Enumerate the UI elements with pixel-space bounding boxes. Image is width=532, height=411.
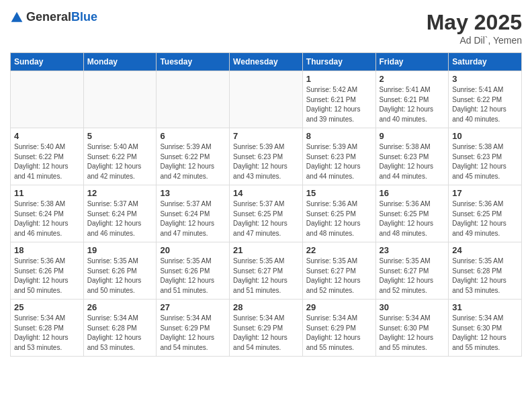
day-number: 14 [233, 188, 299, 198]
day-detail: Sunrise: 5:34 AM Sunset: 6:29 PM Dayligh… [233, 314, 299, 353]
calendar-cell: 20Sunrise: 5:35 AM Sunset: 6:26 PM Dayli… [157, 242, 230, 300]
calendar-cell: 6Sunrise: 5:39 AM Sunset: 6:22 PM Daylig… [157, 128, 230, 185]
day-number: 19 [87, 245, 153, 255]
day-detail: Sunrise: 5:40 AM Sunset: 6:22 PM Dayligh… [87, 142, 153, 181]
calendar-cell: 26Sunrise: 5:34 AM Sunset: 6:28 PM Dayli… [83, 300, 157, 357]
day-detail: Sunrise: 5:35 AM Sunset: 6:26 PM Dayligh… [160, 257, 226, 295]
svg-marker-0 [11, 11, 23, 21]
calendar-cell: 2Sunrise: 5:41 AM Sunset: 6:21 PM Daylig… [375, 71, 449, 128]
calendar-cell: 14Sunrise: 5:37 AM Sunset: 6:25 PM Dayli… [230, 185, 303, 242]
day-detail: Sunrise: 5:35 AM Sunset: 6:28 PM Dayligh… [452, 257, 518, 295]
calendar-table: SundayMondayTuesdayWednesdayThursdayFrid… [10, 52, 522, 357]
day-detail: Sunrise: 5:39 AM Sunset: 6:23 PM Dayligh… [233, 142, 299, 181]
calendar-cell: 9Sunrise: 5:38 AM Sunset: 6:23 PM Daylig… [375, 128, 449, 185]
calendar-cell: 21Sunrise: 5:35 AM Sunset: 6:27 PM Dayli… [230, 242, 303, 300]
calendar-cell: 11Sunrise: 5:38 AM Sunset: 6:24 PM Dayli… [11, 185, 84, 242]
calendar-cell: 18Sunrise: 5:36 AM Sunset: 6:26 PM Dayli… [11, 242, 84, 300]
day-number: 26 [87, 302, 153, 312]
day-detail: Sunrise: 5:42 AM Sunset: 6:21 PM Dayligh… [306, 85, 372, 124]
header-row: SundayMondayTuesdayWednesdayThursdayFrid… [11, 53, 522, 71]
calendar-cell [157, 71, 230, 128]
month-year: May 2025 [427, 10, 522, 35]
day-number: 9 [380, 131, 445, 141]
day-number: 17 [452, 188, 518, 198]
day-number: 12 [87, 188, 153, 198]
calendar-cell: 13Sunrise: 5:37 AM Sunset: 6:24 PM Dayli… [157, 185, 230, 242]
day-number: 31 [452, 302, 518, 312]
calendar-cell: 7Sunrise: 5:39 AM Sunset: 6:23 PM Daylig… [230, 128, 303, 185]
calendar-cell: 28Sunrise: 5:34 AM Sunset: 6:29 PM Dayli… [230, 300, 303, 357]
calendar-cell: 4Sunrise: 5:40 AM Sunset: 6:22 PM Daylig… [11, 128, 84, 185]
logo-general: GeneralBlue [26, 10, 97, 24]
day-detail: Sunrise: 5:38 AM Sunset: 6:23 PM Dayligh… [380, 142, 445, 181]
col-header-monday: Monday [83, 53, 157, 71]
col-header-saturday: Saturday [449, 53, 522, 71]
day-detail: Sunrise: 5:35 AM Sunset: 6:26 PM Dayligh… [87, 257, 153, 295]
day-detail: Sunrise: 5:39 AM Sunset: 6:22 PM Dayligh… [160, 142, 226, 181]
day-detail: Sunrise: 5:39 AM Sunset: 6:23 PM Dayligh… [306, 142, 372, 181]
calendar-cell: 30Sunrise: 5:34 AM Sunset: 6:30 PM Dayli… [375, 300, 449, 357]
day-number: 28 [233, 302, 299, 312]
day-detail: Sunrise: 5:36 AM Sunset: 6:25 PM Dayligh… [452, 199, 518, 238]
day-detail: Sunrise: 5:35 AM Sunset: 6:27 PM Dayligh… [380, 257, 445, 295]
week-row-1: 1Sunrise: 5:42 AM Sunset: 6:21 PM Daylig… [11, 71, 522, 128]
day-detail: Sunrise: 5:40 AM Sunset: 6:22 PM Dayligh… [14, 142, 80, 181]
col-header-friday: Friday [375, 53, 449, 71]
calendar-cell: 1Sunrise: 5:42 AM Sunset: 6:21 PM Daylig… [302, 71, 375, 128]
day-detail: Sunrise: 5:34 AM Sunset: 6:30 PM Dayligh… [452, 314, 518, 353]
calendar-cell: 27Sunrise: 5:34 AM Sunset: 6:29 PM Dayli… [157, 300, 230, 357]
day-detail: Sunrise: 5:41 AM Sunset: 6:22 PM Dayligh… [452, 85, 518, 124]
calendar-cell: 29Sunrise: 5:34 AM Sunset: 6:29 PM Dayli… [302, 300, 375, 357]
col-header-thursday: Thursday [302, 53, 375, 71]
calendar-cell: 24Sunrise: 5:35 AM Sunset: 6:28 PM Dayli… [449, 242, 522, 300]
logo-icon [10, 11, 24, 24]
calendar-cell: 23Sunrise: 5:35 AM Sunset: 6:27 PM Dayli… [375, 242, 449, 300]
day-detail: Sunrise: 5:36 AM Sunset: 6:26 PM Dayligh… [14, 257, 80, 295]
day-number: 10 [452, 131, 518, 141]
col-header-tuesday: Tuesday [157, 53, 230, 71]
calendar-cell: 8Sunrise: 5:39 AM Sunset: 6:23 PM Daylig… [302, 128, 375, 185]
day-number: 7 [233, 131, 299, 141]
calendar-cell: 22Sunrise: 5:35 AM Sunset: 6:27 PM Dayli… [302, 242, 375, 300]
day-detail: Sunrise: 5:41 AM Sunset: 6:21 PM Dayligh… [380, 85, 445, 124]
week-row-5: 25Sunrise: 5:34 AM Sunset: 6:28 PM Dayli… [11, 300, 522, 357]
day-number: 25 [14, 302, 80, 312]
week-row-2: 4Sunrise: 5:40 AM Sunset: 6:22 PM Daylig… [11, 128, 522, 185]
calendar-cell: 25Sunrise: 5:34 AM Sunset: 6:28 PM Dayli… [11, 300, 84, 357]
calendar-cell [230, 71, 303, 128]
day-detail: Sunrise: 5:34 AM Sunset: 6:30 PM Dayligh… [380, 314, 445, 353]
day-detail: Sunrise: 5:38 AM Sunset: 6:24 PM Dayligh… [14, 199, 80, 238]
calendar-cell: 10Sunrise: 5:38 AM Sunset: 6:23 PM Dayli… [449, 128, 522, 185]
day-number: 29 [306, 302, 372, 312]
logo: GeneralBlue [10, 10, 97, 24]
day-number: 8 [306, 131, 372, 141]
day-number: 30 [380, 302, 445, 312]
calendar-cell: 15Sunrise: 5:36 AM Sunset: 6:25 PM Dayli… [302, 185, 375, 242]
day-number: 11 [14, 188, 80, 198]
col-header-sunday: Sunday [11, 53, 84, 71]
day-detail: Sunrise: 5:37 AM Sunset: 6:25 PM Dayligh… [233, 199, 299, 238]
day-detail: Sunrise: 5:35 AM Sunset: 6:27 PM Dayligh… [306, 257, 372, 295]
day-detail: Sunrise: 5:34 AM Sunset: 6:29 PM Dayligh… [306, 314, 372, 353]
page-header: GeneralBlue May 2025 Ad Dil`, Yemen [10, 10, 522, 46]
week-row-4: 18Sunrise: 5:36 AM Sunset: 6:26 PM Dayli… [11, 242, 522, 300]
location: Ad Dil`, Yemen [427, 35, 522, 46]
calendar-cell [83, 71, 157, 128]
day-number: 2 [380, 74, 445, 84]
calendar-cell: 19Sunrise: 5:35 AM Sunset: 6:26 PM Dayli… [83, 242, 157, 300]
day-number: 16 [380, 188, 445, 198]
day-detail: Sunrise: 5:37 AM Sunset: 6:24 PM Dayligh… [87, 199, 153, 238]
day-detail: Sunrise: 5:35 AM Sunset: 6:27 PM Dayligh… [233, 257, 299, 295]
day-detail: Sunrise: 5:37 AM Sunset: 6:24 PM Dayligh… [160, 199, 226, 238]
day-number: 6 [160, 131, 226, 141]
calendar-cell: 17Sunrise: 5:36 AM Sunset: 6:25 PM Dayli… [449, 185, 522, 242]
calendar-cell: 31Sunrise: 5:34 AM Sunset: 6:30 PM Dayli… [449, 300, 522, 357]
col-header-wednesday: Wednesday [230, 53, 303, 71]
calendar-cell [11, 71, 84, 128]
day-detail: Sunrise: 5:38 AM Sunset: 6:23 PM Dayligh… [452, 142, 518, 181]
day-number: 23 [380, 245, 445, 255]
calendar-cell: 3Sunrise: 5:41 AM Sunset: 6:22 PM Daylig… [449, 71, 522, 128]
day-detail: Sunrise: 5:34 AM Sunset: 6:29 PM Dayligh… [160, 314, 226, 353]
day-number: 21 [233, 245, 299, 255]
calendar-cell: 16Sunrise: 5:36 AM Sunset: 6:25 PM Dayli… [375, 185, 449, 242]
